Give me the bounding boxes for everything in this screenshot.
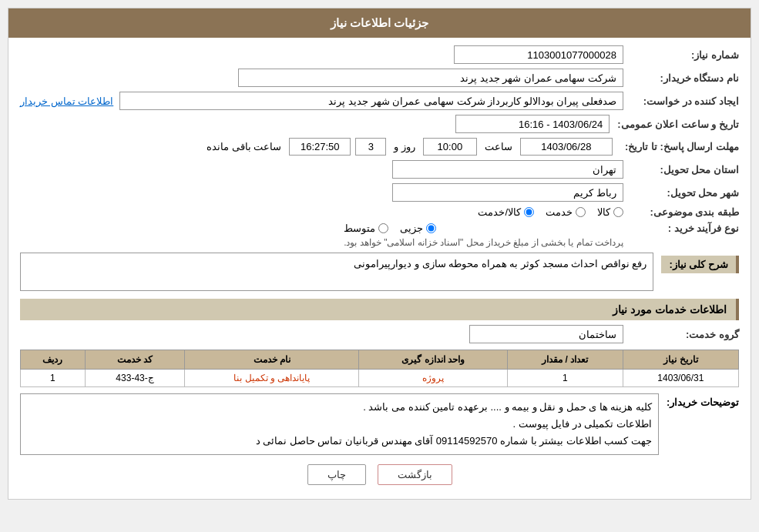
purchase-motovaset-item[interactable]: متوسط (344, 223, 388, 234)
announce-row: تاریخ و ساعت اعلان عمومی: 1403/06/24 - 1… (20, 115, 739, 133)
city-row: شهر محل تحویل: رباط کریم (20, 183, 739, 202)
req-number-row: شماره نیاز: 1103001077000028 (20, 45, 739, 64)
cell-name: پایانداهی و تکمیل بنا (185, 370, 359, 387)
purchase-type-note: پرداخت تمام یا بخشی از مبلغ خریداز محل "… (344, 237, 623, 248)
category-label: طبقه بندی موضوعی: (623, 206, 739, 218)
province-value: تهران (392, 160, 623, 179)
category-row: طبقه بندی موضوعی: کالا/خدمت خدمت کالا (20, 206, 739, 218)
services-table: تاریخ نیاز تعداد / مقدار واحد اندازه گیر… (20, 350, 739, 387)
service-group-value: ساختمان (469, 325, 623, 343)
req-number-value: 1103001077000028 (454, 45, 623, 64)
contact-link[interactable]: اطلاعات تماس خریدار (20, 95, 113, 107)
page-container: جزئیات اطلاعات نیاز شماره نیاز: 11030010… (8, 8, 751, 500)
validity-remaining-label: ساعت باقی مانده (203, 141, 284, 152)
category-kala-item[interactable]: کالا (597, 206, 623, 218)
services-section-header: اطلاعات خدمات مورد نیاز (20, 299, 739, 320)
buyer-note-line3: جهت کسب اطلاعات بیشتر با شماره 091145925… (27, 433, 652, 450)
purchase-motovaset-radio[interactable] (378, 223, 388, 233)
category-khadamat-label: خدمت (546, 206, 573, 218)
category-radio-group: کالا/خدمت خدمت کالا (478, 206, 623, 218)
category-kala-khadamat-item[interactable]: کالا/خدمت (478, 206, 534, 218)
category-khadamat-radio[interactable] (576, 207, 586, 217)
back-button[interactable]: بازگشت (378, 464, 452, 485)
page-title: جزئیات اطلاعات نیاز (8, 8, 751, 38)
purchase-jazii-radio[interactable] (426, 223, 436, 233)
col-date-header: تاریخ نیاز (623, 350, 738, 370)
col-code-header: کد خدمت (85, 350, 184, 370)
creator-value: صدفعلی پیران بودالالو کاربرداز شرکت سهام… (119, 92, 623, 110)
buyer-note-line2: اطلاعات تکمیلی در فایل پیوست . (27, 416, 652, 433)
need-desc-value: رفع نواقص احداث مسجد کوثر به همراه محوطه… (20, 253, 653, 291)
creator-label: ایجاد کننده در خواست: (623, 95, 739, 107)
purchase-jazii-item[interactable]: جزیی (400, 223, 436, 234)
validity-days-label: روز و (391, 141, 418, 152)
buyer-org-row: نام دستگاه خریدار: شرکت سهامی عمران شهر … (20, 69, 739, 87)
validity-label: مهلت ارسال پاسخ: تا تاریخ: (617, 141, 739, 152)
cell-code: ج-43-433 (85, 370, 184, 387)
purchase-motovaset-label: متوسط (344, 223, 375, 234)
announce-value: 1403/06/24 - 16:16 (455, 115, 610, 133)
buttons-row: بازگشت چاپ (20, 464, 739, 485)
category-kala-radio[interactable] (613, 207, 623, 217)
city-label: شهر محل تحویل: (623, 187, 739, 199)
table-row: 1403/06/31 1 پروژه پایانداهی و تکمیل بنا… (21, 370, 739, 387)
service-group-label: گروه خدمت: (623, 329, 739, 340)
buyer-org-label: نام دستگاه خریدار: (623, 72, 739, 84)
req-number-label: شماره نیاز: (623, 49, 739, 61)
table-header-row: تاریخ نیاز تعداد / مقدار واحد اندازه گیر… (21, 350, 739, 370)
province-label: استان محل تحویل: (623, 164, 739, 176)
announce-label: تاریخ و ساعت اعلان عمومی: (610, 119, 739, 130)
purchase-type-radio-group: متوسط جزیی (344, 223, 623, 234)
cell-qty: 1 (507, 370, 623, 387)
category-kala-khadamat-label: کالا/خدمت (478, 206, 521, 218)
validity-date: 1403/06/28 (520, 138, 613, 156)
cell-date: 1403/06/31 (623, 370, 738, 387)
need-desc-container: رفع نواقص احداث مسجد کوثر به همراه محوطه… (20, 253, 653, 291)
category-kala-khadamat-radio[interactable] (524, 207, 534, 217)
buyer-note-line1: کلیه هزینه ها ی حمل و نقل و بیمه و .... … (27, 399, 652, 416)
cell-row-num: 1 (21, 370, 86, 387)
validity-time-label: ساعت (482, 141, 516, 152)
need-desc-section-label: شرح کلی نیاز: (661, 256, 739, 273)
province-row: استان محل تحویل: تهران (20, 160, 739, 179)
cell-unit: پروژه (359, 370, 507, 387)
buyer-notes-row: توضیحات خریدار: کلیه هزینه ها ی حمل و نق… (20, 393, 739, 455)
validity-days: 3 (355, 138, 386, 156)
col-row-header: ردیف (21, 350, 86, 370)
validity-remaining: 16:27:50 (289, 138, 351, 156)
buyer-notes-label: توضیحات خریدار: (659, 393, 739, 455)
col-qty-header: تعداد / مقدار (507, 350, 623, 370)
city-value: رباط کریم (392, 183, 623, 202)
purchase-type-label: نوع فرآیند خرید : (623, 223, 739, 234)
buyer-notes-content: کلیه هزینه ها ی حمل و نقل و بیمه و .... … (20, 393, 659, 455)
col-unit-header: واحد اندازه گیری (359, 350, 507, 370)
purchase-type-row: نوع فرآیند خرید : متوسط جزیی پرداخت تمام… (20, 223, 739, 248)
creator-row: ایجاد کننده در خواست: صدفعلی پیران بودال… (20, 92, 739, 110)
need-desc-row: شرح کلی نیاز: رفع نواقص احداث مسجد کوثر … (20, 253, 739, 291)
validity-time: 10:00 (423, 138, 477, 156)
buyer-org-value: شرکت سهامی عمران شهر جدید پرند (238, 69, 623, 87)
service-group-row: گروه خدمت: ساختمان (20, 325, 739, 343)
print-button[interactable]: چاپ (307, 464, 366, 485)
validity-row: مهلت ارسال پاسخ: تا تاریخ: 1403/06/28 سا… (20, 138, 739, 156)
category-khadamat-item[interactable]: خدمت (546, 206, 586, 218)
purchase-jazii-label: جزیی (400, 223, 423, 234)
category-kala-label: کالا (597, 206, 610, 218)
purchase-type-content: متوسط جزیی پرداخت تمام یا بخشی از مبلغ خ… (344, 223, 623, 248)
col-name-header: نام خدمت (185, 350, 359, 370)
content-area: شماره نیاز: 1103001077000028 نام دستگاه … (8, 38, 751, 499)
